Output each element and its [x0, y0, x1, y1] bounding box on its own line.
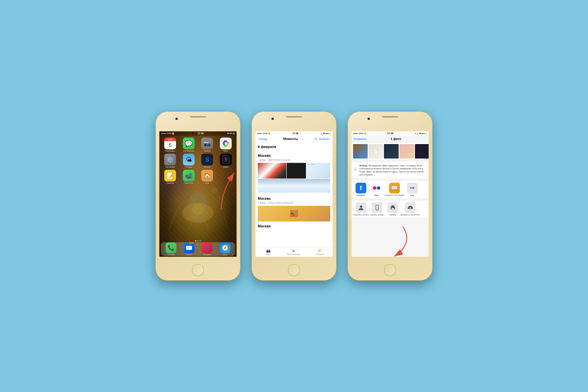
back-button[interactable]: ‹ Назад	[258, 137, 267, 141]
city-moscow2: Москва	[258, 196, 271, 201]
section-feb6[interactable]: 6 февраля ›	[256, 142, 332, 150]
app-messages[interactable]: 💬 Сообщения	[180, 138, 197, 152]
app-home[interactable]: 🏠 Дом	[199, 170, 216, 184]
home-button-2[interactable]	[288, 264, 300, 276]
photos-nav: ‹ Назад Моменты 🔍 Выбрать	[256, 136, 332, 142]
chevron-moscow1: ›	[329, 154, 330, 158]
time-1: 17:26	[198, 132, 204, 135]
svg-point-19	[360, 206, 362, 208]
calendar-day: 5	[169, 142, 172, 148]
search-button[interactable]: 🔍	[314, 138, 317, 140]
calendar-label: Календарь	[165, 150, 175, 152]
home-button-1[interactable]	[192, 264, 204, 276]
app-watch[interactable]: Watch	[217, 154, 234, 168]
city-moscow3: Москва	[258, 224, 271, 228]
app-camera[interactable]: 📷 Камера	[199, 138, 216, 152]
subtitle-moscow1: 7 февр. · Дмитровское шоссе	[256, 158, 332, 163]
section-moscow1[interactable]: Москва ›	[256, 151, 332, 158]
photo-row-1: Текст сообщение...	[256, 163, 332, 178]
safari-label: Safari	[222, 254, 228, 256]
action-wallpaper[interactable]: Сделать обоями	[369, 202, 385, 216]
ibooks-icon: 📖	[389, 183, 400, 194]
app-shazam[interactable]: S Shazam	[199, 154, 216, 168]
svg-point-18	[355, 170, 356, 170]
svg-rect-21	[376, 206, 378, 209]
dock-safari[interactable]: 🧭 Safari	[220, 242, 230, 256]
wifi-icon-1: 📶	[172, 132, 174, 134]
action-icloud[interactable]: Добавить в iCloud Drive	[400, 202, 420, 216]
svg-point-22	[377, 209, 377, 210]
dock-mail[interactable]: ✉️ 25 340 Почта	[184, 242, 194, 256]
status-right-3: ↗ 🔒 ✱ 51%🔋	[414, 132, 427, 134]
thumb-blue-img: Текст сообщение...	[306, 163, 330, 178]
more-label: Еще	[410, 194, 414, 196]
status-left-2: ●●●●● YOTA 📶	[257, 132, 270, 134]
printer-svg	[390, 204, 396, 210]
share-ibooks[interactable]: 📖 Сохранить PDF в iBooks	[384, 183, 404, 196]
share-more[interactable]: ••• Еще	[404, 183, 420, 196]
status-bar-3: ●●●●● YOTA 📶 17:38 ↗ 🔒 ✱ 51%🔋	[352, 131, 429, 136]
thumb-dark[interactable]	[287, 163, 306, 178]
svg-rect-24	[392, 206, 394, 207]
section-moscow2[interactable]: Москва ›	[256, 194, 332, 202]
camera-dot-3	[368, 118, 370, 120]
section-moscow3[interactable]: Москва	[256, 222, 332, 229]
app-photos[interactable]: Фото	[217, 138, 234, 152]
icon-grid: среда 5 Календарь 💬 Сообщения	[159, 136, 236, 186]
tab-photos-icon: 📷	[266, 248, 270, 253]
facebook-label: Facebook	[356, 194, 365, 196]
icloud-icon	[405, 202, 416, 213]
app-calendar[interactable]: среда 5 Календарь	[162, 138, 179, 152]
svg-point-17	[354, 168, 357, 170]
action-print[interactable]: Печать	[385, 202, 400, 216]
status-bar-2: ●●●●● YOTA 📶 17:28 🔒 ✱ 55%🔋	[256, 131, 332, 136]
action-contact[interactable]: Присвоить контакту	[353, 202, 369, 216]
thumb-snow-img	[258, 179, 330, 193]
iphone-2: ●●●●● YOTA 📶 17:28 🔒 ✱ 55%🔋 ‹ Назад	[252, 112, 336, 280]
thumb-selected[interactable]: ✓	[353, 144, 368, 158]
time-2: 17:28	[292, 132, 298, 135]
share-facebook[interactable]: f Facebook	[353, 183, 369, 196]
checkmark-1: ✓	[354, 154, 357, 158]
dock-phone[interactable]: 📞 Телефон	[166, 242, 176, 256]
thumb-2-icon: 📄	[374, 149, 378, 154]
cancel-button[interactable]: Отменить	[354, 138, 366, 140]
thumb-4-img	[400, 144, 414, 158]
app-settings[interactable]: ⚙️ Настройки	[162, 154, 179, 168]
app-facetime[interactable]: 📹 FaceTime	[180, 170, 197, 184]
status-left-1: ●●●●● YOTA 📶	[161, 132, 174, 134]
tab-photos[interactable]: 📷 Фото	[256, 247, 281, 257]
thumb-phones-img: 🍎	[258, 206, 330, 222]
thumb-phones[interactable]: 🍎	[258, 206, 330, 222]
wifi-3: 📶	[364, 132, 366, 134]
safari-icon: 🧭	[220, 242, 230, 253]
share-flickr[interactable]: Flickr	[369, 183, 384, 196]
select-button[interactable]: Выбрать	[319, 138, 330, 140]
status-bar-1: ●●●●● YOTA 📶 17:26 ✱ 55%🔋	[159, 131, 236, 136]
thumb-5[interactable]	[415, 144, 429, 158]
carrier-1: ●●●●● YOTA	[161, 132, 172, 134]
thumb-4[interactable]	[400, 144, 414, 158]
tab-memories-label: Воспоминания	[287, 253, 301, 256]
app-weather[interactable]: 🌤 Погода	[180, 154, 197, 168]
shazam-icon: S	[205, 156, 209, 163]
app-notes[interactable]: 📝 Заметки	[162, 170, 179, 184]
tab-albums-label: Альбомы	[316, 253, 324, 256]
home-button-3[interactable]	[384, 264, 396, 276]
iphone-3: ●●●●● YOTA 📶 17:38 ↗ 🔒 ✱ 51%🔋 Отменить 1…	[348, 112, 432, 280]
phone-icon: 📞	[166, 242, 176, 253]
dock-music[interactable]: 🎵 Музыка	[202, 242, 212, 256]
thumb-3[interactable]	[384, 144, 399, 158]
thumb-blue-text[interactable]: Текст сообщение...	[306, 163, 330, 178]
airdrop-icon	[354, 164, 357, 174]
ibooks-label: Сохранить PDF в iBooks	[384, 194, 404, 196]
nav-title: Моменты	[283, 137, 298, 141]
thumb-vr[interactable]	[258, 163, 286, 178]
thumb-2[interactable]: 📄	[368, 144, 383, 158]
tab-memories[interactable]: ▶ Воспоминания	[281, 247, 307, 257]
screen-2: ●●●●● YOTA 📶 17:28 🔒 ✱ 55%🔋 ‹ Назад	[256, 131, 332, 257]
tab-albums[interactable]: 📁 Альбомы	[307, 247, 332, 257]
carrier-2: ●●●●● YOTA	[257, 132, 268, 134]
thumb-snow[interactable]	[258, 179, 330, 193]
thumb-text: Текст сообщение...	[307, 164, 316, 165]
